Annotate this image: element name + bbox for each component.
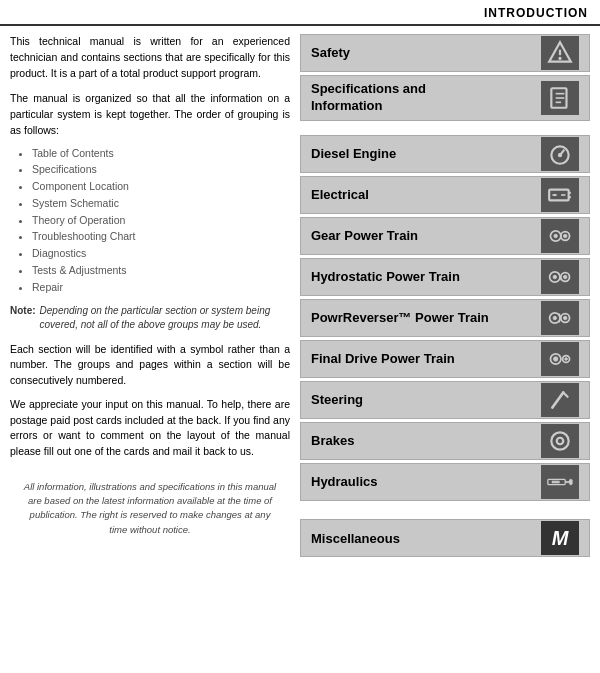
gear-power-train-button[interactable]: Gear Power Train [300,217,590,255]
hydraulics-button[interactable]: Hydraulics [300,463,590,501]
safety-button[interactable]: Safety [300,34,590,72]
svg-point-9 [558,153,561,156]
warning-icon [541,36,579,70]
gears2-icon [541,260,579,294]
list-item: Table of Contents [32,145,290,162]
diesel-button[interactable]: Diesel Engine [300,135,590,173]
powreverser-button[interactable]: PowrReverser™ Power Train [300,299,590,337]
svg-point-23 [563,275,566,278]
appreciate-paragraph: We appreciate your input on this manual.… [10,397,290,460]
svg-point-21 [553,275,556,278]
svg-line-34 [563,392,567,396]
list-item: Troubleshooting Chart [32,228,290,245]
section-text: Each section will be identified with a s… [10,342,290,460]
brake-icon [541,424,579,458]
footer-note: All information, illustrations and speci… [10,480,290,537]
note-label: Note: [10,304,36,332]
hydraulic-icon [541,465,579,499]
svg-point-2 [559,57,561,59]
gears-icon [541,219,579,253]
hydraulics-label: Hydraulics [311,474,377,491]
powreverser-label: PowrReverser™ Power Train [311,310,489,327]
svg-point-17 [554,234,557,237]
svg-rect-10 [549,190,569,201]
steering-button[interactable]: Steering [300,381,590,419]
intro-paragraph: This technical manual is written for an … [10,34,290,81]
list-item: Component Location [32,178,290,195]
intro-text: This technical manual is written for an … [10,34,290,81]
hydrostatic-power-train-button[interactable]: Hydrostatic Power Train [300,258,590,296]
gears3-icon [541,301,579,335]
list-item: Diagnostics [32,245,290,262]
electrical-button[interactable]: Electrical [300,176,590,214]
brakes-button[interactable]: Brakes [300,422,590,460]
safety-label: Safety [311,45,350,62]
svg-point-32 [565,358,568,361]
svg-point-30 [554,357,558,361]
footer-text: All information, illustrations and speci… [24,481,276,535]
svg-point-36 [557,438,564,445]
miscellaneous-button[interactable]: Miscellaneous M [300,519,590,557]
organized-text: The manual is organized so that all the … [10,91,290,138]
right-column: Safety Specifications andInformation [300,34,590,557]
bullet-list: Table of Contents Specifications Compone… [32,145,290,296]
final-drive-label: Final Drive Power Train [311,351,455,368]
steering-label: Steering [311,392,363,409]
gear-power-train-label: Gear Power Train [311,228,418,245]
misc-icon-text: M [552,527,569,550]
specifications-button[interactable]: Specifications andInformation [300,75,590,121]
svg-line-33 [552,392,563,407]
list-item: System Schematic [32,195,290,212]
miscellaneous-label: Miscellaneous [311,531,400,546]
svg-point-26 [553,316,556,319]
list-item: Repair [32,279,290,296]
steering-icon [541,383,579,417]
brakes-label: Brakes [311,433,354,450]
book-icon [541,81,579,115]
header-title: INTRODUCTION [484,6,588,20]
list-item: Theory of Operation [32,212,290,229]
electrical-label: Electrical [311,187,369,204]
organized-paragraph: The manual is organized so that all the … [10,91,290,138]
gears4-icon [541,342,579,376]
list-item: Specifications [32,161,290,178]
svg-point-28 [563,316,566,319]
gauge-icon [541,137,579,171]
main-content: This technical manual is written for an … [0,26,600,565]
note-section: Note: Depending on the particular sectio… [10,304,290,332]
svg-point-35 [551,432,568,449]
specifications-label: Specifications andInformation [311,81,426,115]
diesel-label: Diesel Engine [311,146,396,163]
list-item: Tests & Adjustments [32,262,290,279]
svg-rect-40 [570,479,573,484]
final-drive-button[interactable]: Final Drive Power Train [300,340,590,378]
note-text: Depending on the particular section or s… [40,304,290,332]
section-id-paragraph: Each section will be identified with a s… [10,342,290,389]
svg-rect-38 [552,481,559,483]
hydrostatic-power-train-label: Hydrostatic Power Train [311,269,460,286]
page-header: INTRODUCTION [0,0,600,26]
misc-icon: M [541,521,579,555]
battery-icon [541,178,579,212]
left-column: This technical manual is written for an … [10,34,290,557]
svg-point-19 [563,234,566,237]
